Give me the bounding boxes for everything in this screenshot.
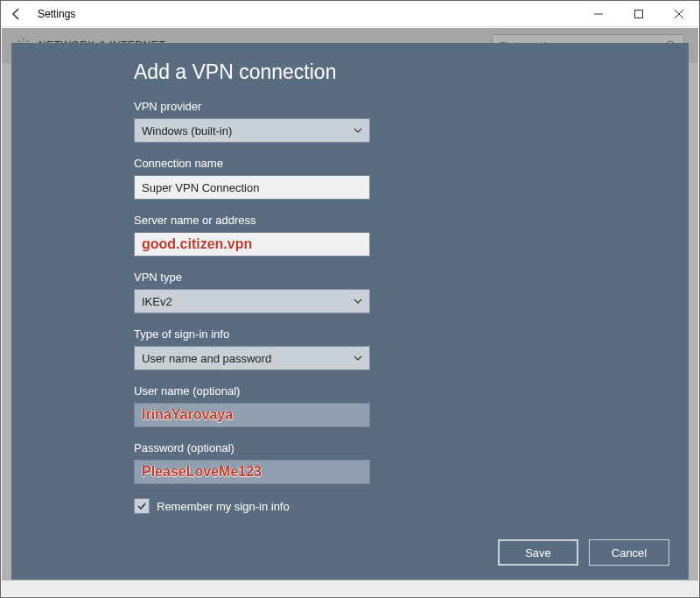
maximize-icon	[634, 10, 643, 18]
arrow-left-icon	[10, 7, 24, 21]
username-label: User name (optional)	[134, 384, 689, 397]
maximize-button[interactable]	[619, 1, 659, 27]
password-input[interactable]: PleaseLoveMe123	[134, 460, 370, 484]
vpn-type-label: VPN type	[134, 271, 689, 284]
minimize-button[interactable]	[578, 1, 619, 27]
connection-name-label: Connection name	[134, 157, 689, 170]
password-value: PleaseLoveMe123	[142, 464, 262, 480]
password-label: Password (optional)	[134, 441, 689, 454]
save-button[interactable]: Save	[498, 539, 578, 566]
vpn-dialog: Add a VPN connection VPN provider Window…	[11, 43, 689, 580]
back-button[interactable]	[1, 1, 32, 27]
vpn-type-select[interactable]: IKEv2	[134, 289, 370, 313]
chevron-down-icon	[354, 352, 362, 365]
signin-type-value: User name and password	[142, 352, 271, 365]
dialog-buttons: Save Cancel	[11, 539, 689, 566]
minimize-icon	[594, 10, 603, 18]
server-name-value: good.citizen.vpn	[142, 236, 252, 252]
connection-name-value: Super VPN Connection	[142, 181, 259, 194]
chevron-down-icon	[354, 124, 362, 137]
settings-window: Settings NETWORK & INTERNET Find a setti…	[0, 0, 700, 598]
titlebar: Settings	[1, 1, 699, 27]
close-button[interactable]	[659, 1, 699, 27]
server-name-label: Server name or address	[134, 214, 689, 227]
window-title: Settings	[32, 8, 578, 20]
chevron-down-icon	[354, 295, 362, 308]
svg-rect-1	[635, 10, 643, 18]
close-icon	[675, 10, 683, 18]
vpn-provider-label: VPN provider	[134, 100, 689, 113]
username-input[interactable]: IrinaYarovaya	[134, 403, 370, 427]
signin-type-label: Type of sign-in info	[134, 327, 689, 341]
remember-label: Remember my sign-in info	[157, 500, 290, 513]
bottom-strip	[2, 580, 698, 596]
username-value: IrinaYarovaya	[142, 407, 233, 423]
vpn-provider-value: Windows (built-in)	[142, 124, 232, 137]
check-icon	[136, 501, 147, 511]
server-name-input[interactable]: good.citizen.vpn	[134, 232, 370, 257]
vpn-type-value: IKEv2	[142, 295, 172, 308]
vpn-provider-select[interactable]: Windows (built-in)	[134, 118, 370, 143]
signin-type-select[interactable]: User name and password	[134, 346, 370, 370]
dialog-title: Add a VPN connection	[134, 60, 689, 84]
remember-checkbox[interactable]	[134, 498, 150, 514]
connection-name-input[interactable]: Super VPN Connection	[134, 175, 370, 200]
cancel-button[interactable]: Cancel	[589, 539, 669, 566]
window-controls	[578, 1, 699, 27]
